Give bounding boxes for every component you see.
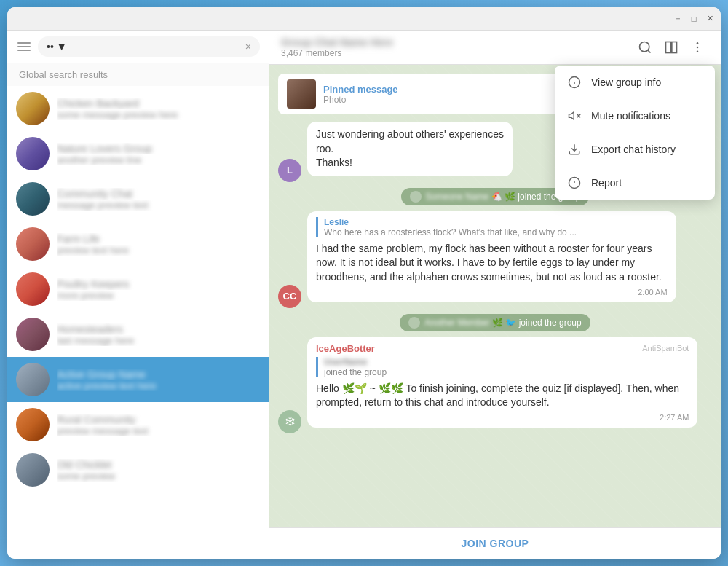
pinned-sub: Photo <box>323 95 398 105</box>
search-bar: × <box>7 31 269 63</box>
antispam-label: AntiSpamBot <box>642 344 689 353</box>
pinned-photo-inner <box>287 79 316 109</box>
list-item[interactable]: Nature Lovers Group another preview line <box>7 131 269 176</box>
search-input[interactable] <box>47 41 245 52</box>
header-actions <box>633 37 709 58</box>
chat-name: Active Group Name <box>57 369 260 380</box>
chat-info: Community Chat message preview text <box>57 188 260 211</box>
title-bar-buttons: － □ ✕ <box>673 14 715 24</box>
bot-name: IceAgeBotter <box>316 343 375 354</box>
list-item[interactable]: Active Group Name active preview text he… <box>7 357 269 402</box>
chat-name: Rural Community <box>57 414 260 425</box>
avatar <box>16 408 50 441</box>
svg-line-1 <box>648 50 651 53</box>
title-bar: － □ ✕ <box>7 7 721 31</box>
bot-name-row: IceAgeBotter AntiSpamBot <box>316 343 689 354</box>
hamburger-button[interactable] <box>16 41 32 52</box>
message-time: 2:27 AM <box>316 413 689 422</box>
system-message-2: Another Member 🌿 🐦 joined the group <box>278 314 712 331</box>
info-icon <box>566 74 582 90</box>
search-button[interactable] <box>633 37 657 58</box>
dropdown-label-view-group: View group info <box>591 76 661 88</box>
chat-name: Homesteaders <box>57 323 260 335</box>
list-item[interactable]: Community Chat message preview text <box>7 176 269 221</box>
maximize-button[interactable]: □ <box>689 14 699 24</box>
list-item[interactable]: Homesteaders last message here <box>7 312 269 357</box>
more-options-button[interactable] <box>686 37 709 58</box>
message-text: Hello 🌿🌱 ~ 🌿🌿 To finish joining, complet… <box>316 382 689 410</box>
quoted-sender: Leslie <box>324 217 668 227</box>
svg-rect-3 <box>672 42 677 53</box>
message-bubble: Leslie Who here has a roosterless flock?… <box>307 211 676 302</box>
system-bubble-2: Another Member 🌿 🐦 joined the group <box>400 314 590 331</box>
message-text: I had the same problem, my flock has bee… <box>316 242 668 285</box>
svg-point-0 <box>640 42 649 52</box>
chat-name: Nature Lovers Group <box>57 143 260 154</box>
chat-name: Poultry Keepers <box>57 278 260 290</box>
list-item[interactable]: Poultry Keepers more preview <box>7 267 269 312</box>
quoted-text: Who here has a roosterless flock? What's… <box>324 227 668 237</box>
list-item[interactable]: Old Chicklet some preview <box>7 447 269 492</box>
search-clear-button[interactable]: × <box>245 41 251 52</box>
avatar: CC <box>278 285 301 308</box>
chat-header: Group Chat Name Here 3,467 members <box>269 31 721 65</box>
dropdown-item-export[interactable]: Export chat history <box>555 133 715 166</box>
dropdown-item-mute[interactable]: Mute notifications <box>555 99 715 133</box>
chat-preview: preview text here <box>57 245 260 256</box>
chat-preview: more preview <box>57 290 260 301</box>
dropdown-item-report[interactable]: Report <box>555 166 715 200</box>
avatar <box>16 182 50 216</box>
quoted-bot-message: UserName joined the group <box>316 357 689 377</box>
avatar <box>16 453 50 487</box>
svg-point-6 <box>697 51 699 53</box>
avatar: ❄ <box>278 410 301 433</box>
dropdown-label-report: Report <box>591 177 622 189</box>
member-count: 3,467 members <box>281 48 625 58</box>
avatar <box>16 363 50 396</box>
system-icon <box>410 191 422 203</box>
quoted-message: Leslie Who here has a roosterless flock?… <box>316 217 668 237</box>
list-item[interactable]: Farm Life preview text here <box>7 221 269 267</box>
pinned-label: Pinned message <box>323 84 398 95</box>
chat-header-name: Group Chat Name Here <box>281 36 625 48</box>
list-item[interactable]: Rural Community preview message text <box>7 402 269 447</box>
chat-preview: message preview text <box>57 200 260 211</box>
pinned-photo <box>287 79 316 109</box>
chat-preview: last message here <box>57 335 260 346</box>
system-text-2: Another Member 🌿 🐦 joined the group <box>424 318 581 328</box>
left-panel: × Global search results Chicken Backyard… <box>7 31 269 559</box>
chat-name: Community Chat <box>57 188 260 200</box>
chat-preview: another preview line <box>57 154 260 165</box>
message-bubble-bot: IceAgeBotter AntiSpamBot UserName joined… <box>307 337 697 428</box>
chat-header-info: Group Chat Name Here 3,467 members <box>281 36 625 58</box>
global-search-label: Global search results <box>7 63 269 86</box>
join-group-button[interactable]: JOIN GROUP <box>462 538 529 549</box>
chat-preview: some preview <box>57 471 260 482</box>
message-group-iceage: ❄ IceAgeBotter AntiSpamBot UserName join… <box>278 337 712 433</box>
chat-info: Active Group Name active preview text he… <box>57 369 260 391</box>
svg-rect-2 <box>666 42 671 53</box>
main-content: × Global search results Chicken Backyard… <box>7 31 721 559</box>
hamburger-line-1 <box>17 42 31 44</box>
join-bar: JOIN GROUP <box>269 527 721 559</box>
dropdown-label-export: Export chat history <box>591 144 676 155</box>
chat-info: Homesteaders last message here <box>57 323 260 346</box>
list-item[interactable]: Chicken Backyard some message preview he… <box>7 86 269 131</box>
minimize-button[interactable]: － <box>673 14 683 24</box>
chat-info: Farm Life preview text here <box>57 233 260 256</box>
avatar: L <box>278 159 301 182</box>
avatar <box>16 318 50 351</box>
avatar <box>16 227 50 261</box>
quoted-text: joined the group <box>324 367 689 377</box>
export-icon <box>566 141 582 157</box>
message-bubble: Just wondering about others' experiences… <box>307 122 513 176</box>
svg-marker-10 <box>569 112 574 120</box>
column-view-button[interactable] <box>660 37 683 58</box>
chat-preview: active preview text here <box>57 380 260 391</box>
dropdown-item-view-group[interactable]: View group info <box>555 66 715 99</box>
avatar <box>16 137 50 170</box>
close-button[interactable]: ✕ <box>705 14 715 24</box>
chat-name: Farm Life <box>57 233 260 245</box>
avatar <box>16 92 50 125</box>
mute-icon <box>566 108 582 124</box>
